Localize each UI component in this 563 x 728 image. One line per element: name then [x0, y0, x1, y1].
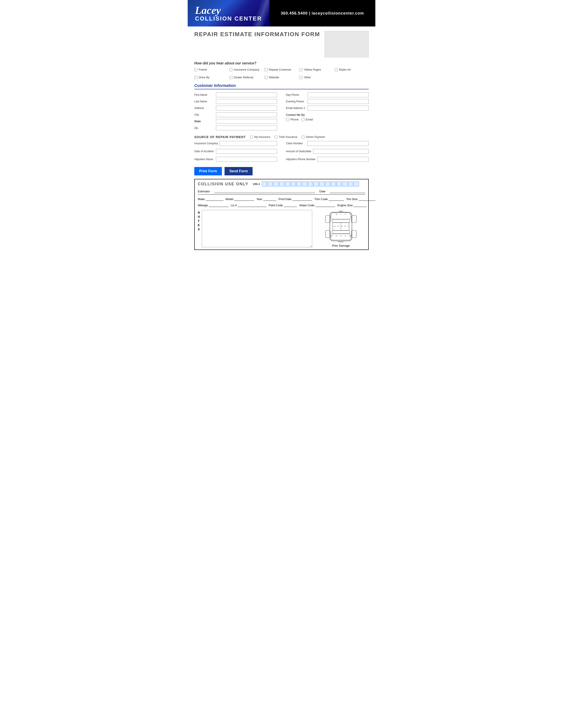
contact-email-input[interactable] — [302, 118, 305, 121]
checkbox-friend[interactable]: Friend — [194, 68, 228, 71]
send-form-button[interactable]: Send Form — [224, 167, 253, 175]
vin-box-13[interactable] — [331, 182, 336, 186]
date-accident-label: Date of Accident — [194, 150, 214, 153]
prior-damage-label: Prior Damage — [332, 244, 350, 247]
svg-text:10: 10 — [336, 214, 337, 215]
checkbox-yellow-input[interactable] — [300, 68, 303, 71]
make-field: Make — [198, 197, 223, 201]
contact-by-title: Contact Me By — [286, 113, 369, 116]
checkbox-friend-label: Friend — [199, 68, 207, 71]
claim-number-input[interactable] — [308, 141, 369, 146]
ins-company-input[interactable] — [220, 141, 277, 146]
vin-box-11[interactable] — [319, 182, 325, 186]
pay-my-insurance-label: My Insurance — [254, 135, 270, 139]
svg-text:1: 1 — [349, 214, 350, 215]
vin-box-15[interactable] — [342, 182, 348, 186]
vin-box-14[interactable] — [337, 182, 342, 186]
contact-email-checkbox[interactable]: Email — [302, 118, 313, 121]
paint-code-label: Paint Code — [269, 204, 283, 207]
vin-box-16[interactable] — [348, 182, 353, 186]
pay-owner[interactable]: Owner Payment — [302, 135, 325, 139]
checkbox-repeat[interactable]: Repeat Customer — [264, 68, 299, 71]
evening-phone-input[interactable] — [308, 99, 369, 104]
day-phone-input[interactable] — [308, 92, 369, 97]
tire-size-underline — [358, 197, 375, 201]
print-form-button[interactable]: Print Form — [194, 167, 222, 175]
svg-text:16: 16 — [349, 235, 351, 237]
contact-phone-checkbox[interactable]: Phone — [286, 118, 299, 121]
checkbox-website-label: Website — [269, 76, 279, 79]
adj-name-input[interactable] — [216, 157, 277, 162]
vin-box-9[interactable] — [308, 182, 313, 186]
notes-textarea[interactable] — [202, 210, 312, 247]
first-name-input[interactable] — [216, 92, 277, 97]
notes-e: E — [198, 223, 200, 227]
checkbox-dealer[interactable]: Dealer Referral — [229, 76, 263, 79]
svg-text:14: 14 — [334, 225, 336, 227]
checkbox-driveby-input[interactable] — [194, 76, 197, 79]
vin-box-2[interactable] — [267, 182, 273, 186]
checkbox-dealer-input[interactable] — [229, 76, 232, 79]
date-accident-input[interactable] — [216, 149, 277, 154]
evening-phone-label: Evening Phone — [286, 100, 306, 103]
adj-phone-input[interactable] — [317, 157, 369, 162]
vin-box-17[interactable] — [354, 182, 359, 186]
state-row: State — [194, 119, 277, 124]
vin-box-8[interactable] — [302, 182, 307, 186]
vin-box-6[interactable] — [291, 182, 296, 186]
hear-about-row1: Friend Insurance Company Repeat Customer… — [194, 68, 369, 71]
checkbox-website-input[interactable] — [264, 76, 267, 79]
zip-input[interactable] — [216, 126, 277, 130]
pay-owner-label: Owner Payment — [306, 135, 325, 139]
customer-grid: First Name Last Name Address City State — [194, 92, 369, 132]
checkbox-driveby[interactable]: Drive By — [194, 76, 228, 79]
checkbox-website[interactable]: Website — [264, 76, 299, 79]
checkbox-other-input[interactable] — [300, 76, 303, 79]
day-phone-label: Day Phone — [286, 93, 306, 96]
prod-date-label: Prod Date — [278, 197, 292, 201]
vin-box-10[interactable] — [314, 182, 319, 186]
email1-input[interactable] — [308, 106, 369, 111]
collision-title: COLLISION USE ONLY — [198, 182, 248, 186]
pay-my-insurance[interactable]: My Insurance — [250, 135, 270, 139]
checkbox-insurance-input[interactable] — [229, 68, 232, 71]
model-underline — [234, 197, 254, 201]
model-field: Model — [226, 197, 254, 201]
vin-label: VIN # — [253, 182, 260, 186]
adj-phone-row: Adjusters Phone Number — [286, 157, 369, 162]
checkbox-friend-input[interactable] — [194, 68, 197, 71]
paint-code-field: Paint Code — [269, 203, 297, 207]
address-input[interactable] — [216, 106, 277, 111]
vin-box-5[interactable] — [285, 182, 290, 186]
city-input[interactable] — [216, 112, 277, 117]
evening-phone-row: Evening Phone — [286, 99, 369, 104]
vin-box-7[interactable] — [296, 182, 302, 186]
vin-box-3[interactable] — [273, 182, 278, 186]
checkbox-radio-input[interactable] — [335, 68, 338, 71]
pay-my-insurance-input[interactable] — [250, 136, 253, 139]
amount-deductible-input[interactable] — [313, 149, 369, 154]
checkbox-repeat-input[interactable] — [264, 68, 267, 71]
checkbox-dealer-label: Dealer Referral — [234, 76, 253, 79]
notes-t: T — [198, 219, 200, 223]
checkbox-yellow[interactable]: Yellow Pages — [300, 68, 334, 71]
state-input[interactable] — [216, 119, 277, 124]
checkbox-driveby-label: Drive By — [199, 76, 209, 79]
last-name-input[interactable] — [216, 99, 277, 104]
logo-lacey: Lacey — [195, 5, 262, 16]
pay-owner-input[interactable] — [302, 136, 305, 139]
vehicle-row1: Make Model Year Prod Date Trim Code Tire… — [198, 197, 365, 201]
checkbox-other[interactable]: Other — [300, 76, 334, 79]
checkbox-radio[interactable]: Radio Ad — [335, 68, 369, 71]
notes-letters: N O T E S — [198, 210, 200, 247]
contact-by-row: Phone Email — [286, 118, 369, 121]
checkbox-yellow-label: Yellow Pages — [304, 68, 321, 71]
pay-their-insurance[interactable]: Their Insurance — [274, 135, 297, 139]
vin-box-12[interactable] — [325, 182, 330, 186]
checkbox-insurance[interactable]: Insurance Company — [229, 68, 263, 71]
pay-their-insurance-input[interactable] — [274, 136, 277, 139]
vin-box-4[interactable] — [279, 182, 285, 186]
vin-box-1[interactable] — [262, 182, 267, 186]
notes-section: N O T E S — [198, 210, 312, 247]
contact-phone-input[interactable] — [286, 118, 289, 121]
